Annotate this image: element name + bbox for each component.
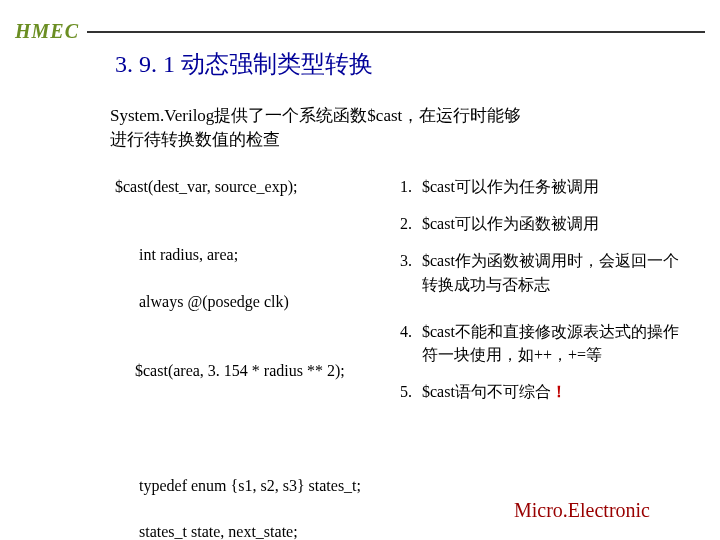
code-line: int radius, area; — [139, 246, 238, 263]
header: HMEC — [15, 20, 705, 43]
note-item-5: 5. $cast语句不可综合！ — [400, 380, 680, 403]
note-number: 1. — [400, 175, 422, 198]
intro-line-2: 进行待转换数值的检查 — [110, 130, 280, 149]
header-rule — [87, 31, 705, 33]
note-text: $cast作为函数被调用时，会返回一个转换成功与否标志 — [422, 249, 680, 295]
note-text: $cast不能和直接修改源表达式的操作符一块使用，如++，+=等 — [422, 320, 680, 366]
intro-line-1: System.Verilog提供了一个系统函数$cast，在运行时能够 — [110, 106, 521, 125]
exclaim-mark: ！ — [551, 383, 567, 400]
note-number: 3. — [400, 249, 422, 295]
slide-title: 3. 9. 1 动态强制类型转换 — [115, 48, 373, 80]
note-item-1: 1. $cast可以作为任务被调用 — [400, 175, 680, 198]
note-number: 4. — [400, 320, 422, 366]
intro-text: System.Verilog提供了一个系统函数$cast，在运行时能够 进行待转… — [110, 104, 660, 152]
code-line: always @(posedge clk) — [139, 293, 289, 310]
code-block-1: $cast(dest_var, source_exp); — [115, 175, 390, 198]
brand-logo: HMEC — [15, 20, 87, 43]
note-text: $cast可以作为任务被调用 — [422, 175, 680, 198]
note-text: $cast语句不可综合！ — [422, 380, 680, 403]
notes-column: 1. $cast可以作为任务被调用 2. $cast可以作为函数被调用 3. $… — [400, 175, 680, 540]
code-block-2: int radius, area; always @(posedge clk) … — [115, 220, 390, 429]
note-item-2: 2. $cast可以作为函数被调用 — [400, 212, 680, 235]
content-grid: $cast(dest_var, source_exp); int radius,… — [115, 175, 680, 540]
note-item-3: 3. $cast作为函数被调用时，会返回一个转换成功与否标志 — [400, 249, 680, 295]
code-line: $cast(area, 3. 154 * radius ** 2); — [115, 359, 390, 382]
footer-text: Micro.Electronic — [514, 499, 650, 522]
note-number: 5. — [400, 380, 422, 403]
code-column: $cast(dest_var, source_exp); int radius,… — [115, 175, 390, 540]
note-number: 2. — [400, 212, 422, 235]
code-block-3: typedef enum {s1, s2, s3} states_t; stat… — [115, 451, 390, 540]
note-text: $cast可以作为函数被调用 — [422, 212, 680, 235]
code-line: typedef enum {s1, s2, s3} states_t; — [139, 477, 361, 494]
code-line: states_t state, next_state; — [139, 523, 298, 540]
note-text-body: $cast语句不可综合 — [422, 383, 551, 400]
note-item-4: 4. $cast不能和直接修改源表达式的操作符一块使用，如++，+=等 — [400, 320, 680, 366]
